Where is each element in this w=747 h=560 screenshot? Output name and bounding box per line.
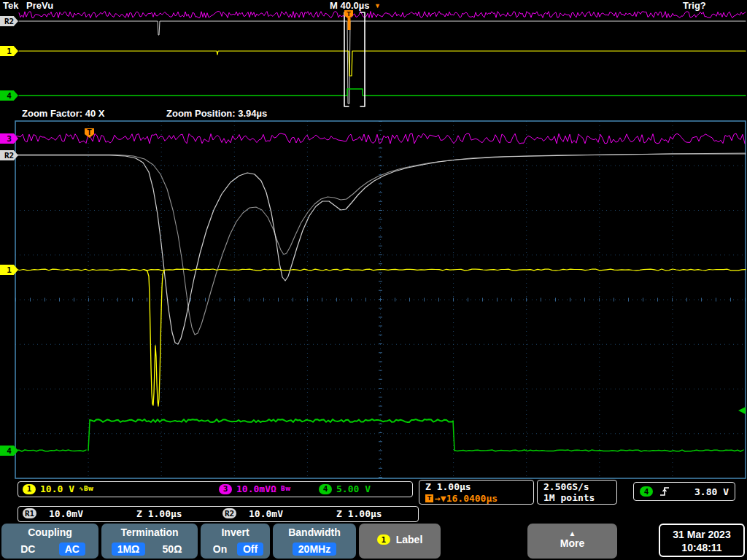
ref1-zoom-scale: Z 1.00µs <box>136 508 182 519</box>
trigger-time-value: →▼16.0400µs <box>435 493 498 504</box>
ch1-coupling-bw-icon: ∿Bw <box>79 486 93 492</box>
ch4-scale-value: 5.00 V <box>336 483 371 494</box>
bandwidth-title: Bandwidth <box>273 526 356 538</box>
tek-logo: Tek <box>3 0 18 11</box>
ch3-scale-readout[interactable]: 3 10.0mVΩ Bw <box>219 483 290 494</box>
invert-option-off[interactable]: Off <box>237 542 263 556</box>
zoom-timebase-readout-box: Z 1.00µs T →▼16.0400µs <box>419 480 534 505</box>
invert-menu-button[interactable]: Invert On Off <box>201 524 270 559</box>
ch1-scale-readout[interactable]: 1 10.0 V ∿Bw <box>23 483 93 494</box>
acquisition-readout-box: 2.50GS/s 1M points <box>537 480 617 505</box>
invert-option-on[interactable]: On <box>207 542 233 556</box>
date-readout: 31 Mar 2023 <box>660 528 743 541</box>
sample-rate-readout: 2.50GS/s <box>543 481 616 492</box>
oscilloscope-screen: Tek PreVu M 40.0µs Trig? ▼ R2 1 4 T Zoom… <box>0 0 747 560</box>
ch3-bw-icon: Bw <box>281 486 291 492</box>
rising-edge-icon <box>659 486 670 497</box>
ch1-scale-value: 10.0 V <box>40 483 74 494</box>
trigger-status: Trig? <box>683 0 706 11</box>
label-title: Label <box>396 534 423 545</box>
ch3-badge: 3 <box>219 484 232 494</box>
trigger-flag-icon: T <box>425 494 433 502</box>
more-title: More <box>527 537 617 549</box>
coupling-menu-button[interactable]: Coupling DC AC <box>1 524 98 559</box>
ref1-scale-value: 10.0mV <box>49 508 83 519</box>
ch4-scale-readout[interactable]: 4 5.00 V <box>319 483 371 494</box>
zoom-factor-readout: Zoom Factor: 40 X <box>22 108 104 119</box>
bandwidth-menu-button[interactable]: Bandwidth 20MHz <box>273 524 356 559</box>
chevron-up-icon: ▲ <box>527 529 617 537</box>
trigger-time-readout: T →▼16.0400µs <box>425 493 533 504</box>
bandwidth-option-20mhz[interactable]: 20MHz <box>293 542 336 556</box>
trigger-readout-box[interactable]: 4 3.80 V <box>633 482 735 501</box>
ch4-badge: 4 <box>319 484 332 494</box>
reference-readout-box[interactable]: R1 10.0mV Z 1.00µs R2 10.0mV Z 1.00µs <box>18 506 419 522</box>
coupling-title: Coupling <box>1 526 98 538</box>
termination-menu-button[interactable]: Termination 1MΩ 50Ω <box>101 524 198 559</box>
label-channel-badge: 1 <box>377 534 390 545</box>
main-timebase-readout: M 40.0µs <box>330 0 369 11</box>
bottom-menu-bar: Coupling DC AC Termination 1MΩ 50Ω Inver… <box>0 522 747 560</box>
overview-waveform-pane[interactable] <box>0 10 747 108</box>
ref2-badge: R2 <box>222 508 236 518</box>
channel-scale-readout-box[interactable]: 1 10.0 V ∿Bw 3 10.0mVΩ Bw 4 5.00 V <box>18 481 413 497</box>
coupling-option-ac[interactable]: AC <box>59 542 85 556</box>
ref2-zoom-scale: Z 1.00µs <box>336 508 382 519</box>
acquisition-status: PreVu <box>26 0 53 11</box>
more-menu-button[interactable]: ▲ More <box>527 524 617 559</box>
ch3-scale-value: 10.0mVΩ <box>236 483 276 494</box>
record-length-readout: 1M points <box>543 492 616 503</box>
top-status-bar: Tek PreVu M 40.0µs Trig? <box>0 0 747 10</box>
time-readout: 10:48:11 <box>660 541 743 554</box>
zoom-position-readout: Zoom Position: 3.94µs <box>166 108 267 119</box>
termination-option-50ohm[interactable]: 50Ω <box>157 542 188 556</box>
termination-option-1mohm[interactable]: 1MΩ <box>112 542 146 556</box>
zoom-info-bar: Zoom Factor: 40 X Zoom Position: 3.94µs <box>0 107 747 120</box>
termination-title: Termination <box>101 526 198 538</box>
coupling-option-dc[interactable]: DC <box>15 542 41 556</box>
main-waveform-pane[interactable] <box>0 120 747 480</box>
invert-title: Invert <box>201 526 270 538</box>
label-menu-button[interactable]: 1 Label <box>359 524 441 559</box>
expansion-point-icon: ▼ <box>374 3 381 9</box>
trigger-level-arrow <box>738 407 746 414</box>
ch1-badge: 1 <box>23 484 36 494</box>
datetime-box: 31 Mar 2023 10:48:11 <box>659 524 745 557</box>
trigger-level-readout: 3.80 V <box>694 486 729 497</box>
trigger-source-badge: 4 <box>640 486 653 497</box>
ref2-scale-value: 10.0mV <box>249 508 283 519</box>
zoom-scale-readout: Z 1.00µs <box>425 481 533 492</box>
ref1-badge: R1 <box>23 508 36 518</box>
